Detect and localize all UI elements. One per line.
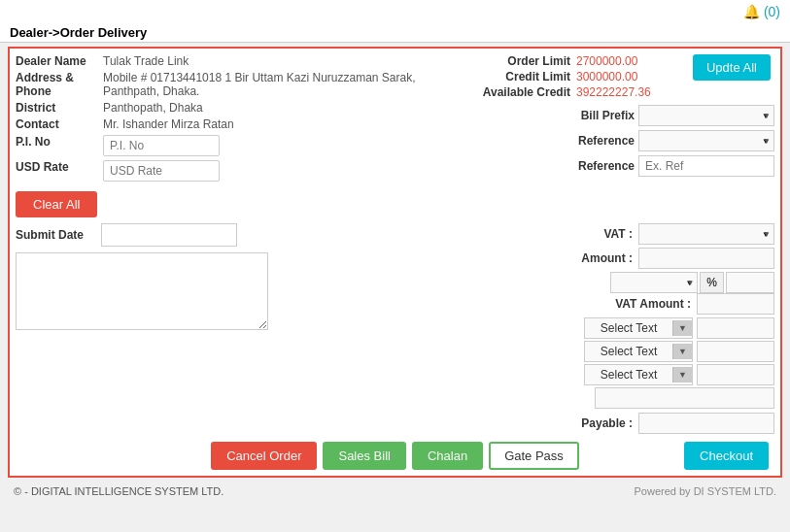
pl-no-input[interactable]	[103, 135, 220, 156]
update-all-button[interactable]: Updte All	[693, 54, 771, 81]
vat-row: VAT : ▼	[464, 223, 774, 245]
select-text-btn-3[interactable]: Select Text ▼	[584, 364, 693, 385]
vat-select[interactable]	[638, 223, 774, 245]
select-text-arrow-3: ▼	[672, 367, 692, 382]
usd-rate-input[interactable]	[103, 160, 220, 182]
select-text-row-1: Select Text ▼	[464, 317, 774, 339]
contact-value: Mr. Ishander Mirza Ratan	[103, 117, 454, 131]
select-text-input-3[interactable]	[697, 364, 774, 385]
vat-amount-row: VAT Amount :	[464, 293, 774, 315]
extra-input-field[interactable]	[595, 387, 774, 409]
dealer-name-label: Dealer Name	[16, 54, 103, 68]
submit-date-input[interactable]	[101, 223, 237, 247]
select-text-input-1[interactable]	[697, 317, 774, 339]
reference1-row: Reference ▼	[464, 130, 774, 151]
select-text-label-1: Select Text	[585, 318, 672, 338]
reference2-label: Reference	[578, 159, 635, 173]
reference1-select-wrapper[interactable]: ▼	[638, 130, 774, 151]
order-limit-label: Order Limit	[464, 54, 570, 68]
cancel-order-button[interactable]: Cancel Order	[211, 442, 317, 470]
submit-date-label: Submit Date	[16, 228, 93, 242]
sales-bill-button[interactable]: Sales Bill	[323, 442, 405, 470]
district-label: District	[16, 101, 103, 115]
percent-row: ▼ %	[464, 272, 774, 293]
notification-bell[interactable]: 🔔 (0)	[743, 4, 780, 19]
available-credit-value: 392222227.36	[576, 85, 651, 99]
percent-input[interactable]	[726, 272, 774, 293]
district-value: Panthopath, Dhaka	[103, 101, 454, 115]
available-credit-row: Available Credit 392222227.36	[464, 85, 774, 99]
left-mid-section: Submit Date	[16, 223, 454, 434]
dealer-name-value: Tulak Trade Link	[103, 54, 454, 68]
copyright-text: © - DIGITAL INTELLIGENCE SYSTEM LTD.	[14, 485, 223, 497]
select-text-arrow-2: ▼	[672, 344, 692, 359]
checkout-button[interactable]: Checkout	[684, 442, 769, 470]
form-layout: Dealer Name Tulak Trade Link Address & P…	[16, 54, 774, 217]
vat-amount-label: VAT Amount :	[615, 297, 691, 311]
notes-textarea[interactable]	[16, 252, 268, 330]
powered-by-text: Powered by DI SYSTEM LTD.	[634, 485, 776, 497]
usd-rate-label: USD Rate	[16, 160, 103, 174]
mid-section: Submit Date VAT : ▼ Amount :	[16, 223, 774, 434]
top-bar: 🔔 (0)	[0, 0, 790, 23]
address-value: Mobile # 01713441018 1 Bir Uttam Kazi Nu…	[103, 71, 454, 98]
payable-row: Payable :	[464, 413, 774, 434]
percent-select[interactable]	[610, 272, 698, 293]
main-container: Updte All Dealer Name Tulak Trade Link A…	[8, 47, 782, 478]
select-text-arrow-1: ▼	[672, 320, 692, 336]
gate-pass-button[interactable]: Gate Pass	[489, 442, 579, 470]
percent-sign-label: %	[700, 272, 724, 293]
select-text-label-3: Select Text	[585, 365, 672, 384]
footer: © - DIGITAL INTELLIGENCE SYSTEM LTD. Pow…	[0, 482, 790, 501]
contact-label: Contact	[16, 117, 103, 131]
reference2-row: Reference	[464, 155, 774, 177]
amount-input[interactable]	[638, 248, 774, 269]
vat-select-wrapper[interactable]: ▼	[638, 223, 774, 245]
select-text-input-2[interactable]	[697, 341, 774, 362]
pl-no-label: P.I. No	[16, 135, 103, 149]
payable-input[interactable]	[638, 413, 774, 434]
amount-label: Amount :	[581, 251, 633, 265]
select-text-row-2: Select Text ▼	[464, 341, 774, 362]
clear-all-button[interactable]: Clear All	[16, 191, 97, 217]
select-text-btn-1[interactable]: Select Text ▼	[584, 317, 693, 339]
chalan-button[interactable]: Chalan	[412, 442, 483, 470]
contact-row: Contact Mr. Ishander Mirza Ratan	[16, 117, 454, 131]
available-credit-label: Available Credit	[464, 85, 570, 99]
bill-prefix-select[interactable]	[638, 105, 774, 126]
percent-select-wrapper[interactable]: ▼	[610, 272, 698, 293]
vat-amount-input[interactable]	[697, 293, 774, 315]
order-limit-value: 2700000.00	[576, 54, 637, 68]
breadcrumb: Dealer->Order Delivery	[0, 23, 790, 43]
notification-count: (0)	[764, 4, 780, 19]
address-row: Address & Phone Mobile # 01713441018 1 B…	[16, 71, 454, 98]
select-text-row-3: Select Text ▼	[464, 364, 774, 385]
reference1-select[interactable]	[638, 130, 774, 151]
submit-date-row: Submit Date	[16, 223, 454, 247]
bill-prefix-select-wrapper[interactable]: ▼	[638, 105, 774, 126]
amount-row: Amount :	[464, 248, 774, 269]
select-text-btn-2[interactable]: Select Text ▼	[584, 341, 693, 362]
left-section: Dealer Name Tulak Trade Link Address & P…	[16, 54, 454, 217]
pl-no-row: P.I. No	[16, 135, 454, 156]
bill-prefix-label: Bill Prefix	[581, 109, 635, 122]
bottom-buttons: Cancel Order Sales Bill Chalan Gate Pass…	[16, 442, 774, 470]
right-mid-section: VAT : ▼ Amount : ▼	[464, 223, 774, 434]
bell-icon: 🔔	[743, 4, 760, 19]
vat-label: VAT :	[603, 227, 633, 241]
notes-section	[16, 252, 454, 333]
usd-rate-row: USD Rate	[16, 160, 454, 182]
reference2-input[interactable]	[638, 155, 774, 177]
bill-prefix-row: Bill Prefix ▼	[464, 105, 774, 126]
credit-limit-label: Credit Limit	[464, 70, 570, 83]
payable-label: Payable :	[581, 416, 633, 430]
district-row: District Panthopath, Dhaka	[16, 101, 454, 115]
dealer-name-row: Dealer Name Tulak Trade Link	[16, 54, 454, 68]
credit-limit-value: 3000000.00	[576, 70, 637, 83]
reference1-label: Reference	[578, 134, 635, 148]
address-label: Address & Phone	[16, 71, 103, 98]
select-text-label-2: Select Text	[585, 342, 672, 361]
extra-input-row	[464, 387, 774, 409]
